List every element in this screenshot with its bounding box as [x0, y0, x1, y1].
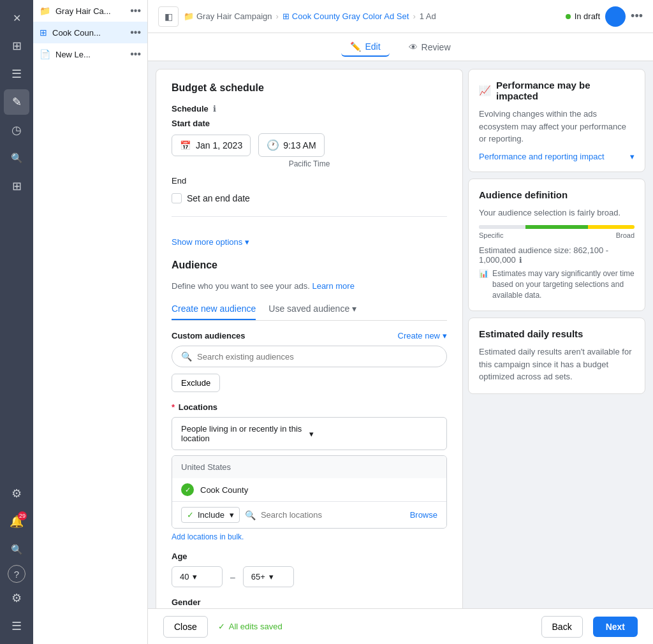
- folder-icon: 📁: [184, 11, 194, 21]
- custom-audiences-label: Custom audiences: [172, 331, 246, 340]
- sidebar-item-label: Gray Hair Ca...: [55, 6, 125, 16]
- exclude-button[interactable]: Exclude: [172, 374, 220, 392]
- audience-meter: Specific Broad: [479, 225, 635, 239]
- sidebar-item-label: New Le...: [55, 50, 125, 59]
- action-bar: ✏️ Edit 👁 Review: [148, 33, 653, 61]
- end-row: End: [172, 176, 447, 186]
- avatar[interactable]: [605, 6, 626, 27]
- learn-more-link[interactable]: Learn more: [312, 281, 354, 291]
- search2-icon[interactable]: 🔍: [4, 537, 29, 562]
- timezone-label: Pacific Time: [172, 159, 447, 168]
- search-audiences-field[interactable]: [197, 352, 437, 362]
- end-label: End: [172, 176, 186, 186]
- notifications-icon[interactable]: 🔔 29: [4, 509, 29, 534]
- bottom-bar: Close ✓ All edits saved Back Next: [148, 608, 653, 644]
- adset-icon: ⊞: [40, 27, 47, 38]
- include-button[interactable]: ✓ Include ▾: [181, 507, 240, 523]
- form-panel: Budget & schedule Schedule ℹ Start date …: [156, 69, 463, 608]
- info-icon: ℹ: [519, 256, 522, 265]
- end-date-checkbox[interactable]: [172, 193, 182, 203]
- icon-bar: ✕ ⊞ ☰ ✎ ◷ 🔍 ⊞ ⚙ 🔔 29 🔍 ? ⚙ ☰: [0, 0, 33, 644]
- add-bulk-link[interactable]: Add locations in bulk.: [172, 532, 244, 541]
- browse-locations-link[interactable]: Browse: [410, 510, 437, 520]
- breadcrumb-campaign[interactable]: 📁 Gray Hair Campaign: [184, 11, 272, 21]
- list-icon[interactable]: ☰: [4, 613, 29, 639]
- show-more-link[interactable]: Show more options ▾: [172, 237, 249, 247]
- folder-icon: 📁: [40, 6, 50, 16]
- settings-icon[interactable]: ⚙: [4, 481, 29, 506]
- tab-use-saved[interactable]: Use saved audience ▾: [268, 298, 356, 320]
- sidebar-item-gray-hair[interactable]: 📁 Gray Hair Ca... •••: [33, 0, 147, 22]
- date-value: Jan 1, 2023: [196, 140, 242, 150]
- sidebar-toggle[interactable]: ◧: [158, 6, 179, 27]
- sidebar-item-label: Cook Coun...: [52, 28, 125, 38]
- edit-pencil-icon: ✏️: [350, 41, 361, 52]
- tools-icon[interactable]: ⚙: [4, 585, 29, 611]
- more-icon[interactable]: •••: [130, 5, 141, 17]
- back-button[interactable]: Back: [541, 616, 583, 638]
- clock-icon[interactable]: ◷: [4, 117, 29, 143]
- next-button[interactable]: Next: [593, 617, 638, 637]
- more-options-button[interactable]: •••: [631, 10, 643, 23]
- edit-icon[interactable]: ✎: [4, 89, 29, 115]
- grid-icon[interactable]: ⊞: [4, 173, 29, 199]
- create-new-button[interactable]: Create new ▾: [398, 331, 447, 340]
- edit-button[interactable]: ✏️ Edit: [341, 38, 389, 57]
- age-max-select[interactable]: 65+ ▾: [243, 566, 294, 587]
- daily-results-title: Estimated daily results: [479, 328, 635, 339]
- audience-section: Audience Define who you want to see your…: [172, 260, 447, 608]
- search-icon[interactable]: 🔍: [4, 145, 29, 171]
- gender-label: Gender: [172, 597, 447, 607]
- more-icon[interactable]: •••: [130, 27, 141, 38]
- start-time-input[interactable]: 🕐 9:13 AM: [258, 133, 324, 157]
- age-section: Age 40 ▾ – 65+ ▾: [172, 552, 447, 587]
- doc-icon: 📄: [40, 49, 50, 59]
- dropdown-arrow-icon: ▾: [230, 510, 234, 520]
- chart-icon: 📊: [479, 268, 488, 300]
- audience-definition-title: Audience definition: [479, 189, 635, 200]
- gender-section: Gender All Men: [172, 597, 447, 608]
- search-locations-field[interactable]: [261, 508, 405, 522]
- breadcrumb-adset[interactable]: ⊞ Cook County Gray Color Ad Set: [282, 11, 409, 21]
- sidebar-item-new-le[interactable]: 📄 New Le... •••: [33, 43, 147, 65]
- performance-text: Evolving changes within the ads ecosyste…: [479, 108, 635, 145]
- more-icon[interactable]: •••: [130, 48, 141, 60]
- search-icon: 🔍: [181, 351, 192, 362]
- menu-icon[interactable]: ☰: [4, 61, 29, 87]
- review-eye-icon: 👁: [409, 42, 418, 52]
- adset-icon: ⊞: [282, 11, 290, 21]
- performance-link[interactable]: Performance and reporting impact ▾: [479, 152, 635, 161]
- home-icon[interactable]: ⊞: [4, 33, 29, 59]
- dropdown-arrow-icon: ▾: [352, 304, 356, 314]
- start-date-input[interactable]: 📅 Jan 1, 2023: [172, 135, 251, 156]
- meter-green: [525, 225, 588, 229]
- close-icon[interactable]: ✕: [4, 5, 29, 31]
- age-min-select[interactable]: 40 ▾: [172, 566, 223, 587]
- tab-create-new[interactable]: Create new audience: [172, 298, 256, 320]
- daily-results-card: Estimated daily results Estimated daily …: [468, 318, 645, 394]
- breadcrumb-sep2: ›: [413, 11, 415, 21]
- performance-card: 📈 Performance may be impacted Evolving c…: [468, 69, 645, 172]
- location-type-select[interactable]: People living in or recently in this loc…: [172, 417, 447, 450]
- dropdown-arrow-icon: ▾: [309, 429, 437, 439]
- dropdown-icon: ▾: [269, 572, 274, 582]
- calendar-icon: 📅: [180, 140, 191, 150]
- topbar: ◧ 📁 Gray Hair Campaign › ⊞ Cook County G…: [148, 0, 653, 33]
- status-dot: [566, 14, 571, 19]
- sidebar-item-cook-county[interactable]: ⊞ Cook Coun... •••: [33, 22, 147, 43]
- search-audiences-input[interactable]: 🔍: [172, 346, 447, 367]
- required-star: *: [172, 402, 175, 412]
- schedule-label: Schedule ℹ: [172, 104, 447, 113]
- close-button[interactable]: Close: [163, 616, 208, 638]
- meter-labels: Specific Broad: [479, 231, 635, 239]
- review-button[interactable]: 👁 Review: [400, 38, 460, 56]
- audience-title: Audience: [172, 260, 447, 271]
- meter-broad: [588, 225, 635, 229]
- daily-results-text: Estimated daily results aren't available…: [479, 346, 635, 383]
- audience-subtitle: Define who you want to see your ads. Lea…: [172, 281, 447, 291]
- help-icon[interactable]: ?: [8, 565, 26, 583]
- age-label: Age: [172, 552, 447, 561]
- locations-section: * Locations People living in or recently…: [172, 402, 447, 541]
- search-location-icon: 🔍: [245, 510, 256, 520]
- breadcrumb-ad[interactable]: 1 Ad: [420, 11, 436, 21]
